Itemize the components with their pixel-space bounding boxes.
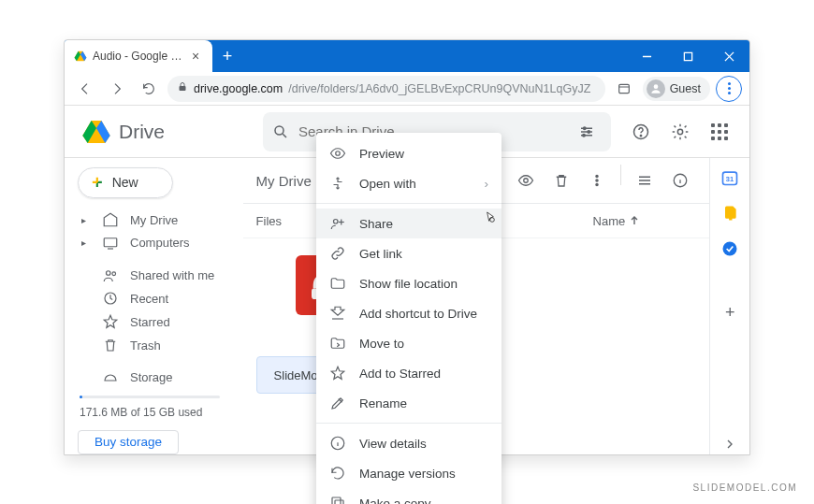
svg-point-37 (596, 180, 598, 181)
svg-point-38 (596, 183, 598, 185)
context-menu: Preview Open with› Share Get link Show f… (316, 133, 501, 504)
svg-rect-7 (180, 86, 186, 91)
drive-product-name: Drive (119, 121, 165, 143)
storage-used-text: 171.6 MB of 15 GB used (80, 406, 236, 419)
minimize-button[interactable] (626, 40, 667, 72)
ctx-show-location[interactable]: Show file location (316, 268, 501, 298)
svg-point-35 (524, 179, 529, 183)
sidebar-my-drive[interactable]: ▸My Drive (78, 209, 236, 231)
ctx-manage-versions[interactable]: Manage versions (316, 458, 501, 488)
preview-icon[interactable] (510, 165, 542, 196)
svg-point-19 (584, 127, 586, 129)
svg-marker-58 (331, 367, 344, 379)
svg-point-36 (596, 175, 598, 177)
browser-menu-button[interactable] (716, 76, 742, 102)
drive-logo[interactable]: Drive (81, 117, 250, 147)
sidebar-trash[interactable]: Trash (78, 335, 236, 356)
reload-button[interactable] (136, 76, 162, 102)
buy-storage-button[interactable]: Buy storage (78, 430, 179, 454)
sort-asc-icon (629, 215, 640, 226)
drive-favicon-icon (74, 50, 87, 63)
breadcrumb-root[interactable]: My Drive (256, 173, 312, 189)
sidebar-shared[interactable]: Shared with me (78, 265, 236, 286)
cursor-icon (483, 210, 498, 228)
ctx-add-starred[interactable]: Add to Starred (316, 358, 501, 388)
details-icon[interactable] (664, 165, 696, 196)
svg-point-52 (336, 151, 341, 156)
svg-marker-56 (331, 307, 344, 315)
guest-label: Guest (670, 82, 701, 95)
install-app-icon[interactable] (611, 76, 637, 102)
ctx-preview[interactable]: Preview (316, 138, 501, 168)
svg-point-67 (490, 218, 495, 223)
lock-icon (177, 81, 188, 95)
svg-point-21 (583, 134, 585, 136)
ctx-view-details[interactable]: View details (316, 428, 501, 458)
titlebar: Audio - Google Drive × + (65, 40, 749, 72)
svg-marker-31 (104, 316, 117, 328)
search-filters-icon[interactable] (572, 123, 602, 140)
svg-point-24 (677, 129, 682, 134)
settings-icon[interactable] (663, 115, 697, 149)
avatar-icon (647, 79, 665, 98)
address-bar[interactable]: drive.google.com/drive/folders/1A6dv0_jG… (167, 76, 605, 102)
add-app-icon[interactable]: + (720, 302, 740, 323)
forward-button[interactable] (104, 76, 130, 102)
search-icon (272, 123, 289, 140)
svg-point-14 (275, 126, 283, 135)
svg-line-15 (283, 134, 286, 137)
watermark: SLIDEMODEL.COM (692, 482, 797, 493)
calendar-icon[interactable]: 31 (720, 167, 740, 188)
tab-close-icon[interactable]: × (188, 50, 203, 63)
profile-guest[interactable]: Guest (643, 77, 710, 101)
ctx-open-with[interactable]: Open with› (316, 168, 501, 198)
url-host: drive.google.com (194, 82, 283, 95)
ctx-move-to[interactable]: Move to (316, 328, 501, 358)
tasks-icon[interactable] (720, 238, 740, 259)
svg-point-29 (112, 271, 116, 275)
tab-title: Audio - Google Drive (93, 50, 182, 63)
support-icon[interactable] (624, 115, 658, 149)
header-name[interactable]: Name (593, 214, 641, 228)
svg-rect-8 (618, 84, 629, 93)
svg-point-28 (107, 270, 111, 275)
svg-point-20 (588, 130, 589, 132)
new-button[interactable]: + New (78, 167, 173, 198)
url-path: /drive/folders/1A6dv0_jGELBvExpCRUn9QVNu… (288, 82, 590, 95)
keep-icon[interactable] (720, 203, 740, 223)
svg-rect-63 (335, 500, 343, 504)
svg-rect-26 (104, 238, 117, 247)
sidebar-storage[interactable]: Storage (78, 367, 236, 388)
svg-text:31: 31 (726, 175, 734, 183)
sidebar: + New ▸My Drive ▸Computers Shared with m… (65, 158, 243, 454)
window-controls (626, 40, 749, 72)
plus-icon: + (92, 172, 103, 194)
side-panel: 31 + (710, 158, 749, 454)
ctx-rename[interactable]: Rename (316, 388, 501, 418)
collapse-panel-icon[interactable] (720, 434, 740, 454)
back-button[interactable] (72, 76, 98, 102)
svg-rect-4 (684, 52, 691, 60)
browser-tab[interactable]: Audio - Google Drive × (65, 40, 212, 72)
trash-icon[interactable] (545, 165, 577, 196)
svg-marker-25 (104, 213, 117, 226)
list-view-icon[interactable] (629, 165, 661, 196)
sidebar-starred[interactable]: Starred (78, 311, 236, 333)
ctx-get-link[interactable]: Get link (316, 238, 501, 268)
sidebar-computers[interactable]: ▸Computers (78, 232, 236, 253)
more-icon[interactable] (581, 165, 613, 196)
svg-point-51 (723, 242, 737, 256)
chevron-right-icon: › (485, 177, 489, 191)
url-bar: drive.google.com/drive/folders/1A6dv0_jG… (65, 72, 749, 106)
new-tab-button[interactable]: + (212, 40, 242, 72)
ctx-share[interactable]: Share (316, 209, 501, 238)
svg-point-10 (653, 84, 658, 89)
apps-grid-icon[interactable] (703, 115, 736, 149)
ctx-make-copy[interactable]: Make a copy (316, 488, 501, 504)
close-window-button[interactable] (708, 40, 749, 72)
svg-point-53 (334, 220, 339, 224)
ctx-add-shortcut[interactable]: Add shortcut to Drive (316, 298, 501, 328)
new-label: New (112, 175, 138, 190)
maximize-button[interactable] (667, 40, 708, 72)
sidebar-recent[interactable]: Recent (78, 288, 236, 310)
